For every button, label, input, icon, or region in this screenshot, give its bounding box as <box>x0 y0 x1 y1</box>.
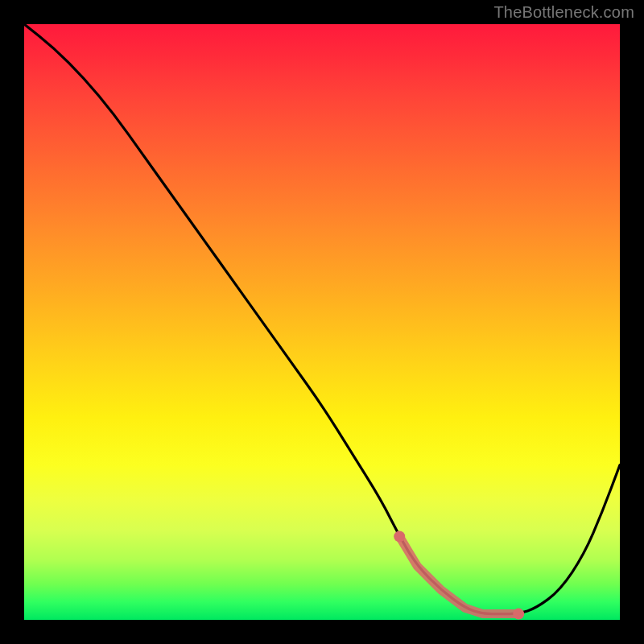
bottleneck-curve <box>24 24 620 620</box>
curve-path <box>24 24 620 614</box>
watermark-label: TheBottleneck.com <box>493 3 634 22</box>
optimum-band <box>399 536 518 613</box>
optimum-marker-dot <box>394 530 405 542</box>
chart-frame: TheBottleneck.com <box>0 0 644 644</box>
optimum-markers <box>394 530 524 619</box>
plot-area <box>24 24 620 620</box>
optimum-marker-dot <box>513 609 524 620</box>
